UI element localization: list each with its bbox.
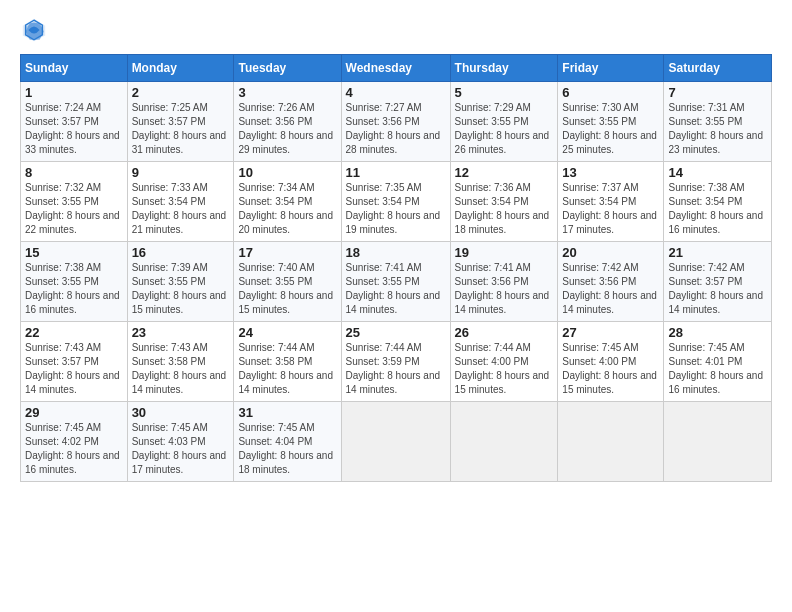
- day-info: Sunrise: 7:45 AM Sunset: 4:01 PM Dayligh…: [668, 341, 767, 397]
- calendar-cell: 13 Sunrise: 7:37 AM Sunset: 3:54 PM Dayl…: [558, 162, 664, 242]
- calendar-week-5: 29 Sunrise: 7:45 AM Sunset: 4:02 PM Dayl…: [21, 402, 772, 482]
- daylight-label: Daylight: 8 hours and 14 minutes.: [132, 370, 227, 395]
- day-number: 11: [346, 165, 446, 180]
- day-info: Sunrise: 7:42 AM Sunset: 3:56 PM Dayligh…: [562, 261, 659, 317]
- day-info: Sunrise: 7:29 AM Sunset: 3:55 PM Dayligh…: [455, 101, 554, 157]
- calendar-cell: 28 Sunrise: 7:45 AM Sunset: 4:01 PM Dayl…: [664, 322, 772, 402]
- day-number: 13: [562, 165, 659, 180]
- header: [20, 16, 772, 44]
- sunrise-label: Sunrise: 7:25 AM: [132, 102, 208, 113]
- day-number: 24: [238, 325, 336, 340]
- sunset-label: Sunset: 3:57 PM: [132, 116, 206, 127]
- calendar-cell: 31 Sunrise: 7:45 AM Sunset: 4:04 PM Dayl…: [234, 402, 341, 482]
- sunset-label: Sunset: 4:00 PM: [455, 356, 529, 367]
- day-info: Sunrise: 7:27 AM Sunset: 3:56 PM Dayligh…: [346, 101, 446, 157]
- day-number: 20: [562, 245, 659, 260]
- day-info: Sunrise: 7:31 AM Sunset: 3:55 PM Dayligh…: [668, 101, 767, 157]
- day-number: 27: [562, 325, 659, 340]
- sunset-label: Sunset: 3:55 PM: [562, 116, 636, 127]
- sunset-label: Sunset: 3:55 PM: [668, 116, 742, 127]
- sunset-label: Sunset: 3:56 PM: [562, 276, 636, 287]
- sunset-label: Sunset: 3:56 PM: [455, 276, 529, 287]
- day-info: Sunrise: 7:41 AM Sunset: 3:55 PM Dayligh…: [346, 261, 446, 317]
- day-info: Sunrise: 7:40 AM Sunset: 3:55 PM Dayligh…: [238, 261, 336, 317]
- sunrise-label: Sunrise: 7:44 AM: [346, 342, 422, 353]
- sunset-label: Sunset: 3:55 PM: [455, 116, 529, 127]
- sunset-label: Sunset: 3:55 PM: [25, 196, 99, 207]
- daylight-label: Daylight: 8 hours and 14 minutes.: [346, 370, 441, 395]
- sunset-label: Sunset: 3:54 PM: [562, 196, 636, 207]
- daylight-label: Daylight: 8 hours and 16 minutes.: [668, 210, 763, 235]
- daylight-label: Daylight: 8 hours and 14 minutes.: [25, 370, 120, 395]
- sunset-label: Sunset: 3:57 PM: [25, 116, 99, 127]
- weekday-header-wednesday: Wednesday: [341, 55, 450, 82]
- day-number: 23: [132, 325, 230, 340]
- daylight-label: Daylight: 8 hours and 28 minutes.: [346, 130, 441, 155]
- calendar-week-2: 8 Sunrise: 7:32 AM Sunset: 3:55 PM Dayli…: [21, 162, 772, 242]
- day-number: 12: [455, 165, 554, 180]
- daylight-label: Daylight: 8 hours and 16 minutes.: [668, 370, 763, 395]
- day-number: 30: [132, 405, 230, 420]
- sunrise-label: Sunrise: 7:39 AM: [132, 262, 208, 273]
- sunrise-label: Sunrise: 7:32 AM: [25, 182, 101, 193]
- daylight-label: Daylight: 8 hours and 14 minutes.: [562, 290, 657, 315]
- weekday-header-saturday: Saturday: [664, 55, 772, 82]
- day-number: 3: [238, 85, 336, 100]
- sunrise-label: Sunrise: 7:36 AM: [455, 182, 531, 193]
- day-number: 8: [25, 165, 123, 180]
- daylight-label: Daylight: 8 hours and 15 minutes.: [562, 370, 657, 395]
- daylight-label: Daylight: 8 hours and 25 minutes.: [562, 130, 657, 155]
- sunrise-label: Sunrise: 7:45 AM: [562, 342, 638, 353]
- calendar-week-1: 1 Sunrise: 7:24 AM Sunset: 3:57 PM Dayli…: [21, 82, 772, 162]
- daylight-label: Daylight: 8 hours and 18 minutes.: [455, 210, 550, 235]
- calendar-cell: 10 Sunrise: 7:34 AM Sunset: 3:54 PM Dayl…: [234, 162, 341, 242]
- day-info: Sunrise: 7:45 AM Sunset: 4:00 PM Dayligh…: [562, 341, 659, 397]
- sunrise-label: Sunrise: 7:27 AM: [346, 102, 422, 113]
- day-info: Sunrise: 7:45 AM Sunset: 4:04 PM Dayligh…: [238, 421, 336, 477]
- daylight-label: Daylight: 8 hours and 14 minutes.: [455, 290, 550, 315]
- sunrise-label: Sunrise: 7:42 AM: [562, 262, 638, 273]
- sunrise-label: Sunrise: 7:24 AM: [25, 102, 101, 113]
- sunset-label: Sunset: 4:01 PM: [668, 356, 742, 367]
- calendar-cell: 26 Sunrise: 7:44 AM Sunset: 4:00 PM Dayl…: [450, 322, 558, 402]
- daylight-label: Daylight: 8 hours and 15 minutes.: [455, 370, 550, 395]
- calendar-table: SundayMondayTuesdayWednesdayThursdayFrid…: [20, 54, 772, 482]
- day-info: Sunrise: 7:25 AM Sunset: 3:57 PM Dayligh…: [132, 101, 230, 157]
- daylight-label: Daylight: 8 hours and 29 minutes.: [238, 130, 333, 155]
- day-number: 10: [238, 165, 336, 180]
- day-info: Sunrise: 7:38 AM Sunset: 3:55 PM Dayligh…: [25, 261, 123, 317]
- weekday-header-monday: Monday: [127, 55, 234, 82]
- day-number: 17: [238, 245, 336, 260]
- sunrise-label: Sunrise: 7:35 AM: [346, 182, 422, 193]
- day-number: 21: [668, 245, 767, 260]
- calendar-cell: 11 Sunrise: 7:35 AM Sunset: 3:54 PM Dayl…: [341, 162, 450, 242]
- calendar-cell: 2 Sunrise: 7:25 AM Sunset: 3:57 PM Dayli…: [127, 82, 234, 162]
- daylight-label: Daylight: 8 hours and 20 minutes.: [238, 210, 333, 235]
- calendar-cell: 8 Sunrise: 7:32 AM Sunset: 3:55 PM Dayli…: [21, 162, 128, 242]
- daylight-label: Daylight: 8 hours and 17 minutes.: [132, 450, 227, 475]
- sunrise-label: Sunrise: 7:38 AM: [25, 262, 101, 273]
- sunset-label: Sunset: 3:54 PM: [132, 196, 206, 207]
- day-number: 25: [346, 325, 446, 340]
- calendar-cell: 9 Sunrise: 7:33 AM Sunset: 3:54 PM Dayli…: [127, 162, 234, 242]
- day-info: Sunrise: 7:38 AM Sunset: 3:54 PM Dayligh…: [668, 181, 767, 237]
- day-info: Sunrise: 7:44 AM Sunset: 3:59 PM Dayligh…: [346, 341, 446, 397]
- day-info: Sunrise: 7:24 AM Sunset: 3:57 PM Dayligh…: [25, 101, 123, 157]
- calendar-cell: 17 Sunrise: 7:40 AM Sunset: 3:55 PM Dayl…: [234, 242, 341, 322]
- sunset-label: Sunset: 3:54 PM: [668, 196, 742, 207]
- daylight-label: Daylight: 8 hours and 22 minutes.: [25, 210, 120, 235]
- day-number: 26: [455, 325, 554, 340]
- day-number: 29: [25, 405, 123, 420]
- daylight-label: Daylight: 8 hours and 26 minutes.: [455, 130, 550, 155]
- day-info: Sunrise: 7:43 AM Sunset: 3:57 PM Dayligh…: [25, 341, 123, 397]
- calendar-cell: 3 Sunrise: 7:26 AM Sunset: 3:56 PM Dayli…: [234, 82, 341, 162]
- day-info: Sunrise: 7:36 AM Sunset: 3:54 PM Dayligh…: [455, 181, 554, 237]
- weekday-header-sunday: Sunday: [21, 55, 128, 82]
- day-info: Sunrise: 7:45 AM Sunset: 4:02 PM Dayligh…: [25, 421, 123, 477]
- sunset-label: Sunset: 3:54 PM: [346, 196, 420, 207]
- sunrise-label: Sunrise: 7:41 AM: [346, 262, 422, 273]
- day-number: 28: [668, 325, 767, 340]
- day-number: 18: [346, 245, 446, 260]
- calendar-cell: 30 Sunrise: 7:45 AM Sunset: 4:03 PM Dayl…: [127, 402, 234, 482]
- daylight-label: Daylight: 8 hours and 14 minutes.: [346, 290, 441, 315]
